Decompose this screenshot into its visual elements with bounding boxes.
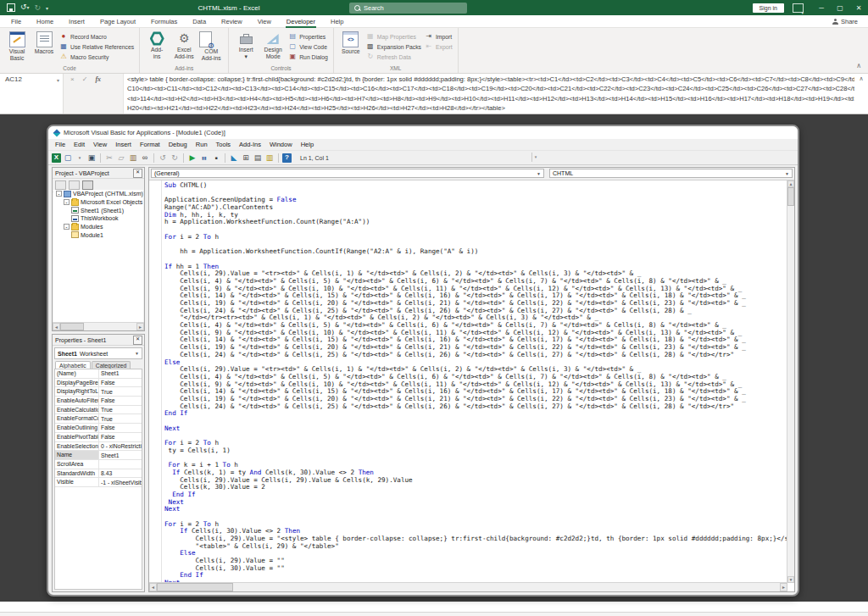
- run-icon[interactable]: ▶: [187, 153, 198, 163]
- collapse-formula-bar-icon[interactable]: ∧: [854, 74, 868, 114]
- properties-button[interactable]: ▤Properties: [288, 31, 328, 42]
- properties-header[interactable]: Properties - Sheet1 ✕: [53, 335, 144, 346]
- ribbon-display-options-icon[interactable]: [793, 3, 804, 13]
- property-row-standardwidth[interactable]: StandardWidth8.43: [55, 469, 142, 479]
- properties-close-icon[interactable]: ✕: [133, 336, 142, 345]
- help-icon[interactable]: ?: [282, 153, 292, 163]
- object-browser-icon[interactable]: ▥: [264, 153, 275, 163]
- project-hscrollbar[interactable]: ◄ ►: [53, 322, 144, 330]
- tab-insert[interactable]: Insert: [61, 15, 92, 28]
- tab-view[interactable]: View: [250, 15, 279, 28]
- toggle-folders-icon[interactable]: [82, 180, 93, 190]
- tab-review[interactable]: Review: [214, 15, 250, 28]
- tree-item-sheet1-sheet1[interactable]: Sheet1 (Sheet1): [53, 206, 143, 214]
- tree-item-thisworkbook[interactable]: ThisWorkbook: [53, 214, 143, 223]
- name-box[interactable]: AC12 ▾: [0, 74, 64, 114]
- design-mode-icon[interactable]: ◣: [229, 153, 239, 163]
- vba-menu-debug[interactable]: Debug: [164, 141, 192, 148]
- object-selector[interactable]: Sheet1 Worksheet ▼: [54, 347, 142, 359]
- name-box-caret-icon[interactable]: ▾: [57, 75, 59, 83]
- property-row-enableselection[interactable]: EnableSelection0 - xlNoRestricti: [55, 442, 142, 452]
- qat-customize-icon[interactable]: ▾: [46, 5, 48, 11]
- tree-item-modules[interactable]: -Modules: [53, 223, 143, 231]
- vba-menu-format[interactable]: Format: [136, 141, 164, 148]
- tab-data[interactable]: Data: [185, 15, 214, 28]
- scroll-right-icon[interactable]: ►: [780, 583, 787, 591]
- excel-add-ins-button[interactable]: ExcelAdd-ins: [170, 30, 198, 64]
- project-close-icon[interactable]: ✕: [133, 169, 142, 178]
- undo-icon[interactable]: ↺▾: [20, 3, 30, 12]
- tab-developer[interactable]: Developer: [279, 15, 323, 28]
- view-code-icon[interactable]: [55, 180, 66, 190]
- scroll-down-icon[interactable]: ▼: [787, 576, 794, 583]
- property-row-displaypagebreak[interactable]: DisplayPageBreakFalse: [55, 379, 142, 388]
- visual-basic-button[interactable]: VisualBasic: [3, 30, 31, 64]
- code-vscrollbar[interactable]: ▲ ▼: [787, 180, 794, 583]
- source-button[interactable]: Source: [337, 30, 364, 64]
- cut-icon[interactable]: ✂: [104, 153, 114, 163]
- properties-window-icon[interactable]: ▤: [253, 153, 263, 163]
- minimize-button[interactable]: ─: [812, 0, 831, 15]
- paste-icon[interactable]: ▥: [128, 153, 138, 163]
- save-icon[interactable]: [7, 3, 15, 12]
- close-button[interactable]: ✕: [849, 0, 868, 15]
- design-mode-button[interactable]: DesignMode: [259, 30, 287, 64]
- view-object-icon[interactable]: [69, 180, 80, 190]
- selector-caret-icon[interactable]: ▼: [135, 351, 139, 356]
- use-relative-references-button[interactable]: ▦Use Relative References: [59, 42, 134, 52]
- property-row-name[interactable]: (Name)Sheet1: [55, 369, 142, 379]
- view-code-button[interactable]: ▢View Code: [288, 42, 328, 52]
- save-icon[interactable]: ▣: [86, 153, 97, 163]
- property-row-enablecalculation[interactable]: EnableCalculationTrue: [55, 406, 142, 415]
- property-row-scrollarea[interactable]: ScrollArea: [55, 460, 142, 469]
- break-icon[interactable]: ▮▮: [199, 153, 209, 163]
- record-macro-button[interactable]: ●Record Macro: [59, 31, 134, 42]
- property-row-name[interactable]: NameSheet1: [55, 451, 142, 460]
- share-button[interactable]: Share: [832, 18, 858, 25]
- vba-menu-file[interactable]: File: [51, 141, 70, 148]
- tab-help[interactable]: Help: [323, 15, 351, 28]
- collapse-ribbon-icon[interactable]: ∧: [856, 62, 861, 69]
- property-row-displayrighttolef[interactable]: DisplayRightToLefTrue: [55, 387, 142, 397]
- vba-menu-window[interactable]: Window: [265, 141, 297, 148]
- undo-icon[interactable]: ↺: [158, 153, 168, 163]
- code-editor[interactable]: Sub CHTML() Application.ScreenUpdating =…: [149, 180, 787, 583]
- scroll-right-icon[interactable]: ►: [136, 323, 144, 330]
- vba-menu-tools[interactable]: Tools: [212, 141, 236, 148]
- expander-icon[interactable]: -: [64, 224, 70, 230]
- tree-item-microsoft-excel-objects[interactable]: -Microsoft Excel Objects: [53, 198, 143, 207]
- scroll-left-icon[interactable]: ◄: [149, 583, 157, 591]
- code-hscrollbar[interactable]: ◄ ►: [149, 582, 787, 591]
- vba-menu-add-ins[interactable]: Add-Ins: [235, 141, 265, 148]
- redo-icon[interactable]: ↻: [170, 153, 180, 163]
- toolbar-handle[interactable]: ▾: [531, 153, 539, 162]
- sign-in-button[interactable]: Sign in: [753, 3, 784, 13]
- view-excel-icon[interactable]: X: [52, 153, 61, 163]
- macro-security-button[interactable]: ⚠Macro Security: [59, 52, 134, 62]
- copy-icon[interactable]: ▱: [116, 153, 126, 163]
- vba-titlebar[interactable]: Microsoft Visual Basic for Applications …: [48, 126, 798, 139]
- insert-button[interactable]: Insert▾: [232, 30, 259, 64]
- expansion-packs-button[interactable]: ▩Expansion Packs: [366, 42, 421, 52]
- scroll-up-icon[interactable]: ▲: [787, 180, 794, 187]
- run-dialog-button[interactable]: ▣Run Dialog: [288, 52, 328, 62]
- macros-button[interactable]: Macros: [31, 30, 58, 64]
- vba-menu-insert[interactable]: Insert: [111, 141, 136, 148]
- tab-formulas[interactable]: Formulas: [143, 15, 185, 28]
- tree-item-module1[interactable]: Module1: [53, 230, 143, 239]
- property-row-enableautofilter[interactable]: EnableAutoFilterFalse: [55, 397, 142, 406]
- vba-menu-edit[interactable]: Edit: [70, 141, 89, 148]
- tab-home[interactable]: Home: [29, 15, 61, 28]
- import-button[interactable]: ⇥Import: [425, 31, 453, 42]
- property-row-enableoutlining[interactable]: EnableOutliningFalse: [55, 424, 142, 433]
- property-row-enablepivottable[interactable]: EnablePivotTableFalse: [55, 433, 142, 442]
- tree-item-vbaproject-chtml-xlsm[interactable]: -VBAProject (CHTML.xlsm): [53, 190, 143, 198]
- vba-menu-help[interactable]: Help: [297, 141, 318, 148]
- object-dropdown[interactable]: (General) ▼: [151, 169, 544, 178]
- insert-userform-icon[interactable]: ▢: [63, 153, 73, 163]
- expander-icon[interactable]: -: [64, 199, 70, 205]
- reset-icon[interactable]: ■: [211, 153, 221, 163]
- com-add-ins-button[interactable]: COMAdd-ins: [198, 30, 225, 64]
- tab-page-layout[interactable]: Page Layout: [92, 15, 143, 28]
- procedure-dropdown[interactable]: CHTML ▼: [549, 169, 793, 178]
